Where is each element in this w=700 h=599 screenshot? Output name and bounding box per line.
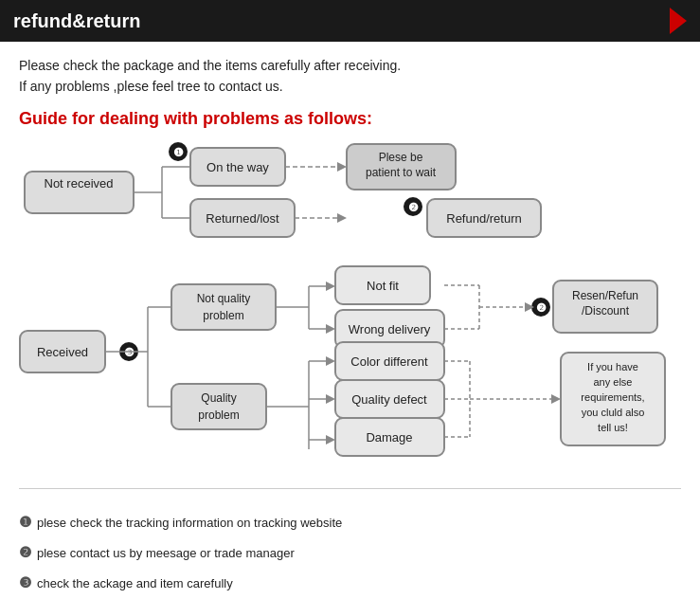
footnote-row-3: ❸check the ackage and item carefully bbox=[19, 569, 681, 597]
footnote-text: plese contact us by meesage or trade man… bbox=[37, 541, 295, 566]
svg-text:❷: ❷ bbox=[408, 201, 419, 214]
svg-marker-43 bbox=[326, 324, 335, 334]
footnote-text: plese check the tracking information on … bbox=[37, 511, 342, 535]
svg-marker-51 bbox=[326, 356, 335, 366]
svg-text:Damage: Damage bbox=[366, 430, 412, 445]
svg-text:any else: any else bbox=[594, 376, 633, 388]
svg-text:you cluld also: you cluld also bbox=[582, 407, 645, 418]
svg-text:Not received: Not received bbox=[45, 176, 114, 191]
svg-text:tell us!: tell us! bbox=[598, 422, 628, 433]
svg-text:If you have: If you have bbox=[587, 361, 638, 372]
svg-marker-14 bbox=[337, 162, 347, 172]
footnote-num: ❷ bbox=[19, 538, 31, 567]
footnote-row-1: ❶plese check the tracking information on… bbox=[19, 508, 681, 536]
svg-text:Wrong delivery: Wrong delivery bbox=[349, 322, 431, 336]
svg-text:Quality: Quality bbox=[201, 391, 236, 405]
header-title: refund&return bbox=[13, 10, 140, 32]
top-flow-diagram: Not received ❶ On the way Returned/lost … bbox=[0, 138, 700, 260]
bottom-flow-svg: Received ❸ Not quality problem Quality p… bbox=[15, 250, 678, 468]
svg-marker-53 bbox=[326, 394, 335, 404]
footnote-num: ❸ bbox=[19, 569, 31, 597]
guide-title: Guide for dealing with problems as follo… bbox=[0, 103, 700, 138]
svg-text:Not fit: Not fit bbox=[367, 279, 399, 293]
svg-text:/Discount: /Discount bbox=[582, 304, 630, 318]
svg-text:Resen/Refun: Resen/Refun bbox=[572, 289, 638, 302]
svg-text:Quality defect: Quality defect bbox=[351, 392, 427, 407]
footnotes-section: ❶plese check the tracking information on… bbox=[0, 497, 700, 599]
svg-marker-77 bbox=[551, 394, 561, 404]
svg-text:Plese be: Plese be bbox=[379, 151, 423, 164]
intro-line1: Please check the package and the items c… bbox=[19, 55, 681, 76]
intro-line2: If any problems ,plese feel tree to cont… bbox=[19, 76, 681, 97]
svg-text:problem: problem bbox=[198, 408, 239, 422]
svg-text:requirements,: requirements, bbox=[581, 391, 644, 403]
bottom-flow-diagram: Received ❸ Not quality problem Quality p… bbox=[0, 250, 700, 481]
svg-text:Color different: Color different bbox=[350, 354, 428, 369]
svg-text:Refund/return: Refund/return bbox=[446, 211, 522, 226]
header-bar: refund&return bbox=[0, 0, 700, 42]
svg-text:Not quality: Not quality bbox=[197, 292, 251, 305]
svg-marker-55 bbox=[326, 435, 335, 445]
down-arrow-icon bbox=[670, 8, 687, 34]
footnote-row-2: ❷plese contact us by meesage or trade ma… bbox=[19, 538, 681, 567]
svg-text:Returned/lost: Returned/lost bbox=[206, 211, 279, 226]
svg-marker-18 bbox=[337, 213, 347, 223]
footnote-num: ❶ bbox=[19, 508, 31, 536]
svg-text:On the way: On the way bbox=[206, 160, 269, 174]
svg-text:Received: Received bbox=[37, 345, 88, 359]
svg-text:❸: ❸ bbox=[124, 346, 135, 359]
intro-section: Please check the package and the items c… bbox=[0, 42, 700, 103]
svg-text:problem: problem bbox=[203, 309, 243, 322]
svg-marker-41 bbox=[326, 281, 335, 291]
svg-text:❶: ❶ bbox=[173, 146, 184, 159]
top-flow-svg: Not received ❶ On the way Returned/lost … bbox=[15, 138, 678, 247]
divider bbox=[19, 488, 681, 489]
svg-text:patient to wait: patient to wait bbox=[366, 166, 437, 179]
footnote-text: check the ackage and item carefully bbox=[37, 572, 233, 596]
svg-text:❷: ❷ bbox=[536, 301, 547, 315]
